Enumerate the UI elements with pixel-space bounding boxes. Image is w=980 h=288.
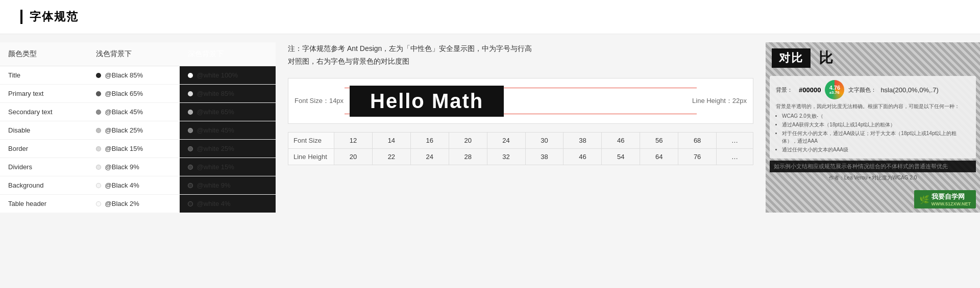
note-line1: 注：字体规范参考 Ant Design，左为「中性色」安全显示图，中为字号与行高 <box>288 44 532 53</box>
row-light: @Black 85% <box>88 66 180 85</box>
col-light-header: 浅色背景下 <box>88 42 180 66</box>
table-row: Border@Black 15%@white 25% <box>0 140 276 158</box>
table-row: Table header@Black 2%@white 4% <box>0 195 276 213</box>
row-dark: @white 4% <box>180 195 276 213</box>
lh-more: … <box>717 149 753 165</box>
contrast-note-title: 背景是半透明的，因此对比度无法精确。根据下面的内容，可能是以下任何一种： <box>776 102 970 110</box>
lh-76: 76 <box>678 149 717 165</box>
contrast-title-dark: 对比 <box>772 48 811 68</box>
score-circle: 4.76 ±3.76 <box>825 80 844 99</box>
page-title: 字体规范 <box>30 9 79 24</box>
table-row: Background@Black 4%@white 9% <box>0 176 276 195</box>
score-sub: ±3.76 <box>829 91 840 95</box>
contrast-note-list: WCAG 2.0失败-（ 通过AA获得大文本（18pt以上或14pt以上的粗体）… <box>776 112 970 153</box>
contrast-title-light: 比 <box>815 46 837 70</box>
size-table: Font Size 12 14 16 20 24 30 38 46 56 68 … <box>288 132 753 165</box>
row-type: Dividers <box>0 158 88 176</box>
font-size-label: Font Size：14px <box>295 96 344 106</box>
page-container: 字体规范 颜色类型 浅色背景下 深色背景下 Title@Black 85%@wh… <box>0 0 980 213</box>
row-type: Disable <box>0 121 88 140</box>
row-light: @Black 15% <box>88 140 180 158</box>
lh-20: 20 <box>334 149 373 165</box>
contrast-section: 对比 比 背景： #00000 4.76 ±3.76 <box>766 42 980 213</box>
row-dark: @white 25% <box>180 140 276 158</box>
table-row: Title@Black 85%@white 100% <box>0 66 276 85</box>
fs-12: 12 <box>334 133 373 149</box>
header-bar-icon <box>20 10 22 24</box>
row-dark: @white 100% <box>180 66 276 85</box>
lh-46: 46 <box>564 149 602 165</box>
color-table-section: 颜色类型 浅色背景下 深色背景下 Title@Black 85%@white 1… <box>0 42 276 213</box>
contrast-note-item-4: 通过任何大小的文本的AAA级 <box>782 146 970 153</box>
contrast-note-item-1: WCAG 2.0失败-（ <box>782 112 970 120</box>
row-type: Primary text <box>0 85 88 103</box>
header: 字体规范 <box>0 0 980 34</box>
font-size-label-cell: Font Size <box>288 133 334 149</box>
lh-24: 24 <box>410 149 449 165</box>
row-type: Border <box>0 140 88 158</box>
font-size-row: Font Size 12 14 16 20 24 30 38 46 56 68 … <box>288 133 753 149</box>
contrast-header: 对比 比 <box>766 42 980 74</box>
fs-56: 56 <box>640 133 678 149</box>
fs-more: … <box>717 133 753 149</box>
row-light: @Black 4% <box>88 176 180 195</box>
lh-28: 28 <box>449 149 487 165</box>
lh-32: 32 <box>487 149 525 165</box>
color-table: 颜色类型 浅色背景下 深色背景下 Title@Black 85%@white 1… <box>0 42 276 213</box>
main-content: 颜色类型 浅色背景下 深色背景下 Title@Black 85%@white 1… <box>0 34 980 213</box>
col-dark-header: 深色背景下 <box>180 42 276 66</box>
logo-url: WWW.51ZXW.NET <box>932 201 971 206</box>
row-light: @Black 25% <box>88 121 180 140</box>
logo-box: 🌿 我要自学网 WWW.51ZXW.NET <box>914 190 976 208</box>
lh-38: 38 <box>525 149 564 165</box>
fs-20: 20 <box>449 133 487 149</box>
row-dark: @white 9% <box>180 176 276 195</box>
contrast-score-row: 背景： #00000 4.76 ±3.76 文字颜色： hsla(200,0%,… <box>776 80 970 99</box>
fs-38: 38 <box>564 133 602 149</box>
bg-label: 背景： <box>776 86 793 94</box>
logo-icon: 🌿 <box>919 195 929 204</box>
bg-color: #00000 <box>799 86 821 94</box>
contrast-example-text: 如示例小文结相应或规范展示各种情况组合的不体样式的普通连帮优先 <box>770 161 976 172</box>
fs-24: 24 <box>487 133 525 149</box>
row-type: Background <box>0 176 88 195</box>
table-row: Disable@Black 25%@white 45% <box>0 121 276 140</box>
col-type-header: 颜色类型 <box>0 42 88 66</box>
row-dark: @white 65% <box>180 103 276 121</box>
logo-text-container: 我要自学网 WWW.51ZXW.NET <box>932 192 971 206</box>
note-text: 注：字体规范参考 Ant Design，左为「中性色」安全显示图，中为字号与行高… <box>288 42 753 68</box>
row-dark: @white 85% <box>180 85 276 103</box>
lh-22: 22 <box>372 149 410 165</box>
fs-14: 14 <box>372 133 410 149</box>
row-type: Title <box>0 66 88 85</box>
contrast-note: 背景是半透明的，因此对比度无法精确。根据下面的内容，可能是以下任何一种： WCA… <box>776 102 970 153</box>
fs-30: 30 <box>525 133 564 149</box>
row-type: Table header <box>0 195 88 213</box>
line-height-label: Line Height：22px <box>692 96 747 106</box>
fs-46: 46 <box>602 133 640 149</box>
contrast-checker: 对比 比 背景： #00000 4.76 ±3.76 <box>766 42 980 213</box>
row-light: @Black 2% <box>88 195 180 213</box>
table-row: Secondary text@Black 45%@white 65% <box>0 103 276 121</box>
contrast-note-item-3: 对于任何大小的文本，通过AA级认证；对于大文本（18pt以上或14pt以上的粗体… <box>782 129 970 145</box>
row-light: @Black 9% <box>88 158 180 176</box>
score-value: 4.76 <box>829 85 840 91</box>
font-demo-area: Font Size：14px Hello Math Line Height：22… <box>288 78 753 124</box>
row-light: @Black 65% <box>88 85 180 103</box>
author-line: 作者：Lea Verou • 对比度为WCAG 2.0 <box>770 174 976 181</box>
contrast-info-panel: 背景： #00000 4.76 ±3.76 文字颜色： hsla(200,0%,… <box>770 76 976 159</box>
contrast-note-item-2: 通过AA获得大文本（18pt以上或14pt以上的粗体） <box>782 121 970 128</box>
row-type: Secondary text <box>0 103 88 121</box>
text-color-label: 文字颜色： <box>848 86 876 94</box>
hello-math-display: Hello Math <box>350 86 504 117</box>
line-height-label-cell: Line Height <box>288 149 334 165</box>
line-height-row: Line Height 20 22 24 28 32 38 46 54 64 7… <box>288 149 753 165</box>
row-dark: @white 45% <box>180 121 276 140</box>
hsla-value: hsla(200,0%,0%,.7) <box>880 86 938 94</box>
fs-16: 16 <box>410 133 449 149</box>
middle-section: 注：字体规范参考 Ant Design，左为「中性色」安全显示图，中为字号与行高… <box>276 34 766 213</box>
row-dark: @white 15% <box>180 158 276 176</box>
lh-54: 54 <box>602 149 640 165</box>
table-row: Dividers@Black 9%@white 15% <box>0 158 276 176</box>
fs-68: 68 <box>678 133 717 149</box>
